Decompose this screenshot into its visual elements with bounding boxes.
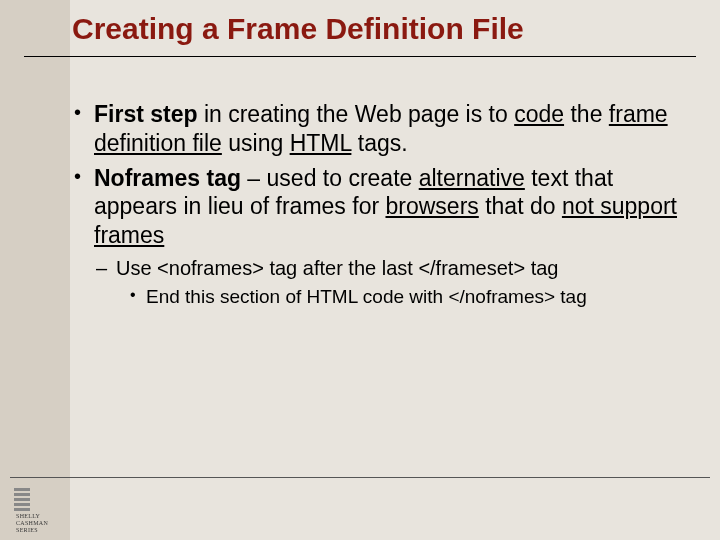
text: the <box>564 101 609 127</box>
body-content: First step in creating the Web page is t… <box>72 100 690 309</box>
underlined-text: code <box>514 101 564 127</box>
text: that do <box>479 193 562 219</box>
logo-text-line: SHELLY <box>16 513 48 520</box>
footer-divider <box>10 477 710 478</box>
left-accent-band <box>0 0 70 540</box>
underlined-text: alternative <box>419 165 525 191</box>
slide-title: Creating a Frame Definition File <box>72 12 690 46</box>
slide: Creating a Frame Definition File First s… <box>0 0 720 540</box>
text: in creating the Web page is to <box>198 101 515 127</box>
sub-sub-bullet-end-noframes: End this section of HTML code with </nof… <box>72 285 690 309</box>
bullet-first-step: First step in creating the Web page is t… <box>72 100 690 158</box>
shelly-cashman-series-logo: SHELLY CASHMAN SERIES <box>14 488 64 530</box>
underlined-text: HTML <box>290 130 352 156</box>
text: using <box>222 130 290 156</box>
underlined-text: browsers <box>385 193 478 219</box>
text: tags. <box>351 130 407 156</box>
logo-stripes-icon <box>14 488 30 513</box>
bold-text: First step <box>94 101 198 127</box>
bullet-noframes-tag: Noframes tag – used to create alternativ… <box>72 164 690 250</box>
bold-text: Noframes tag <box>94 165 241 191</box>
title-underline <box>24 56 696 57</box>
sub-bullet-use-noframes: Use <noframes> tag after the last </fram… <box>72 256 690 281</box>
logo-text-line: CASHMAN <box>16 520 48 527</box>
logo-text-line: SERIES <box>16 527 48 534</box>
text: – used to create <box>241 165 419 191</box>
